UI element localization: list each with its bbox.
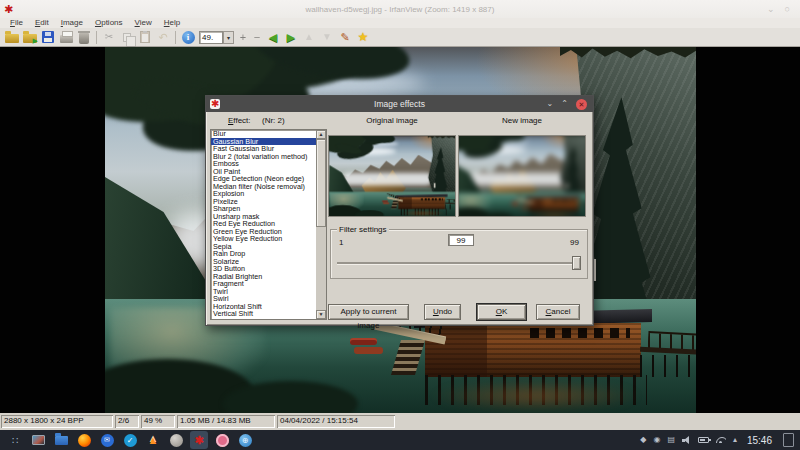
list-scrollbar[interactable]: ▲ ▼ [316, 130, 326, 319]
status-cell: 2/6 [115, 415, 139, 428]
taskbar: ∷ ✉ ✓ ▲ ✱ ⊕ ◆ ◉ ▤ ▴ 15:46 [0, 430, 800, 450]
battery-icon[interactable] [698, 437, 709, 443]
minimize-icon[interactable]: ⌄ [767, 5, 775, 14]
scene-boat [383, 202, 389, 204]
save-button[interactable] [39, 29, 57, 45]
updater-button[interactable]: ✓ [121, 431, 139, 449]
menu-item[interactable]: Image [55, 18, 89, 28]
info-button[interactable]: i [179, 29, 197, 45]
copy-button [118, 29, 136, 45]
favorites-button[interactable]: ★ [354, 29, 372, 45]
effect-number-label: (Nr: 2) [262, 116, 285, 125]
zoom-combo[interactable]: 49. ▾ [199, 31, 234, 44]
wifi-icon[interactable] [716, 437, 726, 443]
zoom-in-icon: + [240, 32, 246, 43]
boathouse-reflection [430, 380, 642, 412]
menu-item[interactable]: Edit [29, 18, 55, 28]
status-cell: 2880 x 1800 x 24 BPP [1, 415, 113, 428]
scroll-up-icon[interactable]: ▲ [316, 130, 326, 139]
slider-thumb[interactable] [572, 256, 581, 270]
previous-image-button[interactable]: ◀ [264, 29, 282, 45]
open-button[interactable] [3, 29, 21, 45]
status-cell: 04/04/2022 / 15:15:54 [277, 415, 395, 428]
boathouse-reflection [530, 212, 579, 217]
zoom-dropdown-button[interactable]: ▾ [223, 31, 234, 44]
firefox-icon [78, 434, 91, 447]
scene-boat [350, 338, 377, 345]
menu-item[interactable]: View [129, 18, 158, 28]
arrow-right-icon: ▶ [287, 32, 295, 43]
slider-track[interactable] [337, 262, 581, 264]
close-button[interactable]: ✕ [576, 99, 587, 110]
ok-button[interactable]: OK [477, 304, 526, 320]
zoom-value-input[interactable]: 49. [199, 31, 223, 44]
effect-item[interactable]: Vertical Shift [211, 310, 316, 318]
filter-settings-legend: Filter settings [337, 225, 389, 234]
toolbar-separator [175, 31, 176, 44]
tray-expand-icon[interactable]: ▴ [733, 436, 737, 444]
titlebar[interactable]: ✱ wallhaven-d5wegj.jpg - IrfanView (Zoom… [0, 0, 800, 18]
browser-button[interactable]: ⊕ [236, 431, 254, 449]
folder-icon [55, 436, 68, 445]
maximize-icon[interactable]: ○ [785, 5, 790, 14]
file-manager-button[interactable] [52, 431, 70, 449]
scene-church-tower [434, 183, 436, 188]
print-button[interactable] [57, 29, 75, 45]
status-cell: 49 % [141, 415, 175, 428]
screenshot-tool-button[interactable] [213, 431, 231, 449]
display-settings-button[interactable] [29, 431, 47, 449]
vlc-button[interactable]: ▲ [144, 431, 162, 449]
scrollbar-thumb[interactable] [316, 139, 326, 227]
original-image-preview [328, 135, 456, 217]
photo-scene [458, 135, 586, 217]
shield-icon[interactable]: ◆ [640, 436, 646, 444]
next-image-button[interactable]: ▶ [282, 29, 300, 45]
shade-icon[interactable]: ⌄ [547, 100, 554, 108]
menu-item[interactable]: File [4, 18, 29, 28]
new-image-preview [458, 135, 586, 217]
apply-button[interactable]: Apply to current image [328, 304, 409, 320]
device-connect-icon[interactable]: ◉ [653, 436, 660, 444]
dialog-titlebar[interactable]: ✱ Image effects ⌄ ⌃ ✕ [206, 96, 593, 112]
menu-item[interactable]: Options [89, 18, 129, 28]
filter-min-label: 1 [339, 238, 343, 247]
scene-branches [482, 212, 513, 217]
volume-icon[interactable] [682, 436, 691, 445]
menubar: FileEditImageOptionsViewHelp [0, 18, 800, 28]
chevron-down-icon: ▾ [227, 34, 230, 41]
filter-slider[interactable] [337, 256, 581, 271]
undo-arrow-icon: ↶ [158, 32, 167, 43]
menu-item[interactable]: Help [158, 18, 186, 28]
clock[interactable]: 15:46 [747, 435, 772, 446]
pink-circle-icon [216, 434, 229, 447]
scroll-down-icon[interactable]: ▼ [316, 310, 326, 319]
app-menu-button[interactable]: ∷ [6, 431, 24, 449]
menu-icon: ∷ [12, 435, 18, 446]
irfanview-window: ✱ wallhaven-d5wegj.jpg - IrfanView (Zoom… [0, 0, 800, 450]
unshade-icon[interactable]: ⌃ [561, 100, 568, 108]
filter-value-input[interactable]: 99 [448, 234, 474, 246]
toolbar-separator [96, 31, 97, 44]
clipboard-icon[interactable]: ▤ [667, 436, 675, 444]
show-desktop-button[interactable] [783, 433, 794, 447]
scene-mist [342, 173, 433, 185]
printer-icon [60, 35, 73, 43]
mail-button[interactable]: ✉ [98, 431, 116, 449]
arrow-up-icon: ▲ [304, 32, 314, 42]
cancel-button[interactable]: Cancel [536, 304, 580, 320]
pier-posts [640, 355, 696, 377]
save-floppy-icon [42, 31, 54, 43]
delete-button[interactable] [75, 29, 93, 45]
scene-boathouse [400, 312, 696, 413]
gimp-button[interactable] [167, 431, 185, 449]
dialog-title: Image effects [206, 99, 593, 109]
tools-button[interactable]: ✎ [336, 29, 354, 45]
monitor-icon [32, 435, 45, 445]
check-icon: ✓ [124, 434, 137, 447]
slideshow-button[interactable]: ▶ [21, 29, 39, 45]
filter-max-label: 99 [570, 238, 579, 247]
firefox-button[interactable] [75, 431, 93, 449]
undo-button[interactable]: Undo [424, 304, 461, 320]
irfanview-task-button[interactable]: ✱ [190, 431, 208, 449]
statusbar: 2880 x 1800 x 24 BPP2/649 %1.05 MB / 14.… [0, 413, 800, 430]
